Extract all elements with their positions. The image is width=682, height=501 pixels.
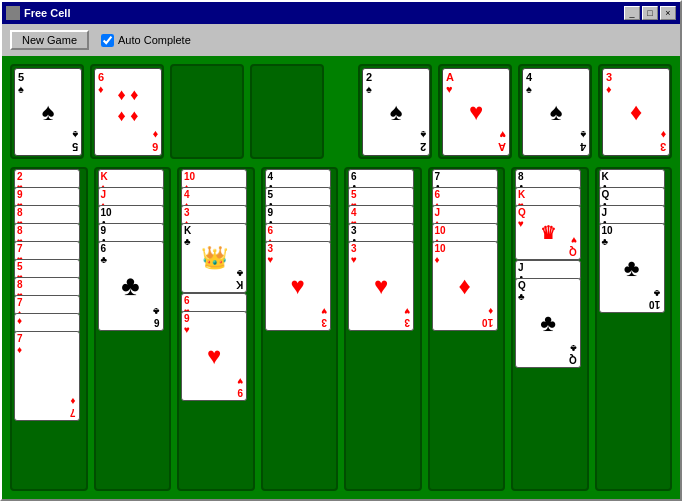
col5-card1: 6♣: [348, 169, 414, 189]
col2-card1: K♦: [98, 169, 164, 189]
freecell-card-1: 5♠ ♠ 5♠: [14, 68, 82, 156]
col3-card3: 3♦: [181, 205, 247, 225]
freecell-card-2: 6♦ ♦ ♦ ♦ ♦ 6♦: [94, 68, 162, 156]
col1-card2: 9♥: [14, 187, 80, 207]
freecell-1[interactable]: 5♠ ♠ 5♠: [10, 64, 84, 159]
col2-card3: 10♣: [98, 205, 164, 225]
col5-card4: 3♣: [348, 223, 414, 243]
foundation-4[interactable]: 3♦ ♦ 3♦: [598, 64, 672, 159]
freecell-4[interactable]: [250, 64, 324, 159]
col3-card6: 9♥ ♥ 9♥: [181, 311, 247, 401]
column-5[interactable]: 6♣ 5♥ 4♥ 3♣ 3♥ ♥ 3♥: [344, 167, 422, 491]
freecell-2[interactable]: 6♦ ♦ ♦ ♦ ♦ 6♦: [90, 64, 164, 159]
freecell-3[interactable]: [170, 64, 244, 159]
top-spacer: [330, 64, 352, 159]
col3-card5: 6♥: [181, 293, 247, 313]
col7-card3: Q♥ ♛ Q♥: [515, 205, 581, 260]
col7-card4: J♣: [515, 260, 581, 280]
toolbar: New Game Auto Complete: [2, 24, 680, 56]
col3-card2: 4♦: [181, 187, 247, 207]
window-controls: _ □ ×: [624, 6, 676, 20]
maximize-button[interactable]: □: [642, 6, 658, 20]
minimize-button[interactable]: _: [624, 6, 640, 20]
col4-card5: 3♥ ♥ 3♥: [265, 241, 331, 331]
col1-card4: 8♥: [14, 223, 80, 243]
close-button[interactable]: ×: [660, 6, 676, 20]
col1-card8: 7♦: [14, 295, 80, 315]
col8-card1: K♣: [599, 169, 665, 189]
col7-card1: 8♣: [515, 169, 581, 189]
col8-card2: Q♣: [599, 187, 665, 207]
col2-card4: 9♣: [98, 223, 164, 243]
auto-complete-checkbox[interactable]: [101, 34, 114, 47]
col6-card3: J♦: [432, 205, 498, 225]
columns-area: 2♥ 9♥ 8♥ 8♥ 7♥ 5♥ 8♥ 7♦ ♦ 7♦ 7♦ K♦ J♦ 10…: [10, 167, 672, 491]
col3-card4: K♣ 👑 K♣: [181, 223, 247, 293]
foundation-card-1: 2♠ ♠ 2♠: [362, 68, 430, 156]
top-row: 5♠ ♠ 5♠ 6♦ ♦ ♦ ♦ ♦ 6♦: [10, 64, 672, 159]
col6-card4: 10♦: [432, 223, 498, 243]
foundation-card-2: A♥ ♥ A♥: [442, 68, 510, 156]
col6-card5: 10♦ ♦ 10♦: [432, 241, 498, 331]
foundation-3[interactable]: 4♠ ♠ 4♠: [518, 64, 592, 159]
app-icon: [6, 6, 20, 20]
col1-card9: ♦: [14, 313, 80, 333]
col4-card1: 4♣: [265, 169, 331, 189]
col4-card3: 9♣: [265, 205, 331, 225]
col8-card3: J♣: [599, 205, 665, 225]
col1-card6: 5♥: [14, 259, 80, 279]
foundation-2[interactable]: A♥ ♥ A♥: [438, 64, 512, 159]
window: Free Cell _ □ × New Game Auto Complete 5…: [0, 0, 682, 501]
column-4[interactable]: 4♣ 5♣ 9♣ 6♦ 3♥ ♥ 3♥: [261, 167, 339, 491]
window-title: Free Cell: [24, 7, 70, 19]
col1-card7: 8♥: [14, 277, 80, 297]
column-8[interactable]: K♣ Q♣ J♣ 10♣ ♣ 10♣: [595, 167, 673, 491]
column-6[interactable]: 7♣ 6♦ J♦ 10♦ 10♦ ♦ 10♦: [428, 167, 506, 491]
col7-card5: Q♣ ♣ Q♣: [515, 278, 581, 368]
col4-card4: 6♦: [265, 223, 331, 243]
col6-card2: 6♦: [432, 187, 498, 207]
col5-card5: 3♥ ♥ 3♥: [348, 241, 414, 331]
col5-card2: 5♥: [348, 187, 414, 207]
auto-complete-text: Auto Complete: [118, 34, 191, 46]
col1-card1: 2♥: [14, 169, 80, 189]
foundation-1[interactable]: 2♠ ♠ 2♠: [358, 64, 432, 159]
column-7[interactable]: 8♣ K♥ Q♥ ♛ Q♥ J♣ Q♣ ♣ Q♣: [511, 167, 589, 491]
column-3[interactable]: 10♦ 4♦ 3♦ K♣ 👑 K♣ 6♥ 9♥ ♥ 9♥: [177, 167, 255, 491]
foundation-card-3: 4♠ ♠ 4♠: [522, 68, 590, 156]
col1-card5: 7♥: [14, 241, 80, 261]
col3-card1: 10♦: [181, 169, 247, 189]
col8-card4: 10♣ ♣ 10♣: [599, 223, 665, 313]
game-area: 5♠ ♠ 5♠ 6♦ ♦ ♦ ♦ ♦ 6♦: [2, 56, 680, 499]
column-2[interactable]: K♦ J♦ 10♣ 9♣ 6♣ ♣ 6♣: [94, 167, 172, 491]
col1-card10: 7♦ 7♦: [14, 331, 80, 421]
col6-card1: 7♣: [432, 169, 498, 189]
title-bar: Free Cell _ □ ×: [2, 2, 680, 24]
column-1[interactable]: 2♥ 9♥ 8♥ 8♥ 7♥ 5♥ 8♥ 7♦ ♦ 7♦ 7♦: [10, 167, 88, 491]
col5-card3: 4♥: [348, 205, 414, 225]
col7-card2: K♥: [515, 187, 581, 207]
auto-complete-label[interactable]: Auto Complete: [101, 34, 191, 47]
col2-card5: 6♣ ♣ 6♣: [98, 241, 164, 331]
col4-card2: 5♣: [265, 187, 331, 207]
col2-card2: J♦: [98, 187, 164, 207]
col1-card3: 8♥: [14, 205, 80, 225]
foundation-card-4: 3♦ ♦ 3♦: [602, 68, 670, 156]
new-game-button[interactable]: New Game: [10, 30, 89, 50]
